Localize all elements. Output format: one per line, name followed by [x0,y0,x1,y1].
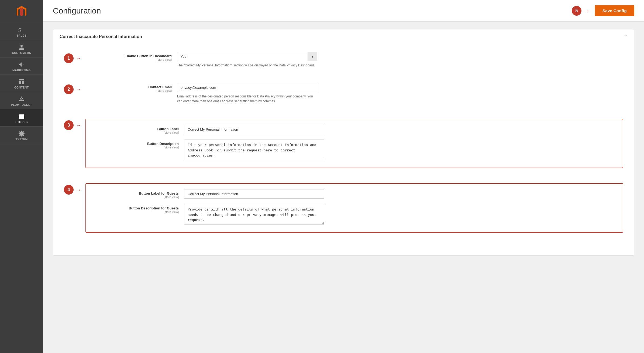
sidebar-item-label-content: CONTENT [14,86,29,89]
pyramid-icon [18,96,25,102]
step1-label: Enable Button In Dashboard [store view] [125,54,172,61]
step2-indicator: 2 → [64,83,85,94]
section-header: Correct Inaccurate Personal Information … [53,29,634,44]
section-body: 1 → Enable Button In Dashboard [store vi… [53,44,634,255]
step4-button-desc-label: Button Description for Guests [store vie… [129,206,179,213]
sidebar-item-label-customers: CUSTOMERS [12,52,31,55]
step4-indicator: 4 → [64,183,85,195]
button-description-textarea[interactable]: Edit your personal information in the Ac… [184,140,324,160]
sidebar-item-system[interactable]: SYSTEM [0,127,43,144]
sidebar-item-plumrocket[interactable]: PLUMROCKET [0,92,43,109]
page-body: Correct Inaccurate Personal Information … [43,22,644,353]
step1-content: Enable Button In Dashboard [store view] … [85,52,623,75]
step1-label-sub: [store view] [125,58,172,61]
step4-badge: 4 [64,185,74,195]
sidebar-item-label-sales: SALES [16,34,26,37]
step2-label: Contact Email [store view] [148,85,172,92]
step1-select-wrap: Yes No ▼ [177,52,317,61]
step5-arrow-icon: → [584,8,590,14]
step2-label-group: Contact Email [store view] [85,83,177,92]
save-config-button[interactable]: Save Config [595,5,634,16]
svg-point-3 [20,45,23,47]
step4-desc-label-main: Button Description for Guests [129,206,179,210]
step3-desc-label-sub: [store view] [147,146,179,149]
sidebar-item-stores[interactable]: STORES [0,109,43,127]
step4-desc-label-sub: [store view] [129,210,179,213]
collapse-button[interactable]: ⌃ [624,34,628,40]
svg-marker-1 [20,8,23,16]
magento-logo-icon [15,5,29,19]
step5-badge: 5 [572,6,581,16]
sidebar: $ SALES CUSTOMERS MARKETING [0,0,43,353]
step3-badge: 3 [64,120,74,130]
step4-arrow-icon: → [76,187,81,193]
step4-label-main: Button Label for Guests [139,191,179,195]
store-icon [18,113,25,120]
step1-control-group: Yes No ▼ The "Correct My Personal Inform… [177,52,623,68]
step2-label-main: Contact Email [148,85,172,89]
step3-button-label-group: Button Label [store view] [92,125,184,134]
svg-rect-4 [19,79,24,80]
section-card: Correct Inaccurate Personal Information … [53,29,634,256]
step3-group-box: Button Label [store view] [85,119,623,168]
step4-button-label-row: Button Label for Guests [store view] [92,189,616,199]
step1-label-main: Enable Button In Dashboard [125,54,172,58]
button-label-input[interactable] [184,125,324,134]
sidebar-item-label-system: SYSTEM [15,138,28,141]
header: Configuration 5 → Save Config [43,0,644,22]
step4-button-label: Button Label for Guests [store view] [139,191,179,199]
step1-row: 1 → Enable Button In Dashboard [store vi… [64,52,623,75]
step1-arrow-icon: → [76,55,81,62]
step3-label-main: Button Label [157,127,179,131]
gear-icon [18,130,25,137]
dollar-icon: $ [18,27,25,33]
layout-icon [18,79,25,85]
step3-button-desc-label: Button Description [store view] [147,142,179,149]
step3-content: Button Label [store view] [85,119,623,176]
svg-text:$: $ [18,27,21,33]
enable-button-select[interactable]: Yes No [177,52,317,61]
sidebar-item-label-stores: STORES [15,121,28,124]
sidebar-item-customers[interactable]: CUSTOMERS [0,40,43,57]
section-title: Correct Inaccurate Personal Information [60,34,142,39]
button-label-guests-input[interactable] [184,189,324,199]
step4-row: 4 → Button Label for Guests [64,183,623,240]
step3-indicator: 3 → [64,119,85,130]
step1-badge: 1 [64,53,74,63]
step1-hint: The "Correct My Personal Information" se… [177,63,317,68]
sidebar-item-label-marketing: MARKETING [12,69,31,72]
step2-control-group: Email address of the designated person r… [177,83,623,104]
step3-arrow-icon: → [76,122,81,128]
sidebar-item-label-plumrocket: PLUMROCKET [11,103,32,106]
megaphone-icon [18,61,25,68]
svg-rect-11 [21,117,22,119]
step3-button-label-row: Button Label [store view] [92,125,616,134]
step1-form-row: Enable Button In Dashboard [store view] … [85,52,623,68]
step5-indicator: 5 → [572,6,590,16]
step3-button-desc-label-group: Button Description [store view] [92,140,184,149]
step4-label-sub: [store view] [139,195,179,199]
step3-row: 3 → Button Label [store vie [64,119,623,176]
step2-content: Contact Email [store view] Email address… [85,83,623,111]
step2-badge: 2 [64,84,74,94]
step3-button-desc-control: Edit your personal information in the Ac… [184,140,616,161]
step3-button-label-control [184,125,616,134]
main-content: Configuration 5 → Save Config Correct In… [43,0,644,353]
step4-button-desc-control: Provide us with all the details of what … [184,204,616,226]
person-icon [18,44,25,50]
contact-email-input[interactable] [177,83,317,92]
step3-desc-label-main: Button Description [147,142,179,146]
step3-button-desc-row: Button Description [store view] Edit you… [92,140,616,161]
step4-button-label-group: Button Label for Guests [store view] [92,189,184,199]
sidebar-logo [0,0,43,23]
step2-row: 2 → Contact Email [store view] [64,83,623,111]
button-description-guests-textarea[interactable]: Provide us with all the details of what … [184,204,324,225]
sidebar-item-marketing[interactable]: MARKETING [0,57,43,75]
svg-rect-5 [19,81,21,84]
step2-hint: Email address of the designated person r… [177,94,317,104]
step2-form-row: Contact Email [store view] Email address… [85,83,623,104]
step4-button-desc-label-group: Button Description for Guests [store vie… [92,204,184,213]
sidebar-item-content[interactable]: CONTENT [0,75,43,92]
sidebar-item-sales[interactable]: $ SALES [0,23,43,40]
step2-arrow-icon: → [76,86,81,93]
